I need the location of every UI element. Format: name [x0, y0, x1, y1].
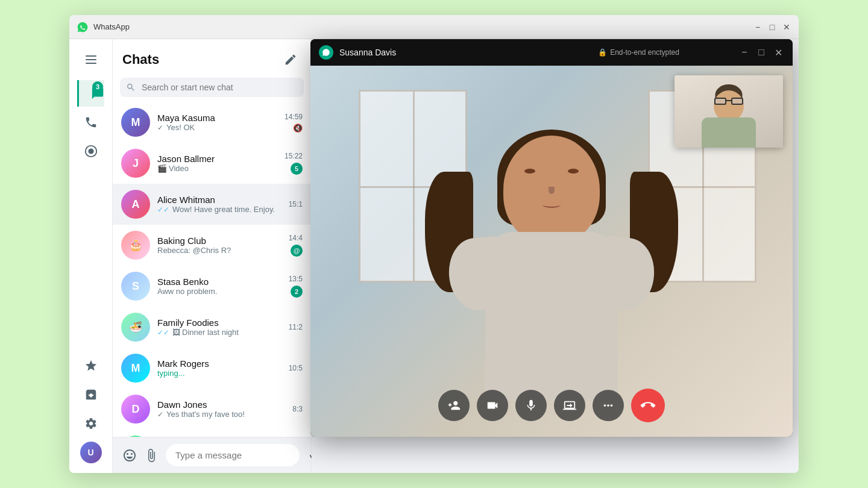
- video-call-overlay: Susanna Davis 🔒 End-to-end enctypted − □…: [310, 39, 793, 437]
- attach-button[interactable]: [144, 448, 159, 463]
- chat-info: Jason Ballmer 🎬 Video: [157, 154, 277, 173]
- list-item[interactable]: M Maya Kasuma ✓ Yes! OK 14:59 🔇: [113, 102, 311, 143]
- chat-name: Dawn Jones: [157, 399, 285, 410]
- unread-badge: 2: [291, 286, 303, 298]
- list-item[interactable]: J Jason Ballmer 🎬 Video 15:22 5: [113, 143, 311, 184]
- search-input[interactable]: [120, 78, 304, 97]
- sidebar-item-status[interactable]: [78, 138, 104, 164]
- user-avatar[interactable]: U: [78, 439, 104, 466]
- chat-time: 11:2: [289, 323, 303, 331]
- chat-info: Alice Whitman ✓✓ Wow! Have great time. E…: [157, 195, 281, 214]
- chat-preview: Aww no problem.: [157, 287, 281, 296]
- hamburger-icon: [83, 53, 99, 66]
- message-input-bar: [113, 437, 311, 473]
- chat-time: 8:3: [292, 405, 303, 413]
- encryption-badge: 🔒 End-to-end enctypted: [539, 48, 738, 57]
- list-item[interactable]: A Alice Whitman ✓✓ Wow! Have great time.…: [113, 184, 311, 225]
- chat-time: 15:1: [289, 200, 303, 208]
- chat-preview: ✓✓ 🖼 Dinner last night: [157, 328, 281, 337]
- end-call-button[interactable]: [631, 389, 665, 422]
- chat-name: Stasa Benko: [157, 277, 281, 287]
- chat-time: 14:59: [285, 113, 303, 121]
- sidebar-bottom: U: [78, 352, 104, 466]
- call-controls: [438, 389, 665, 422]
- emoji-button[interactable]: [122, 448, 137, 463]
- chat-info: Dawn Jones ✓ Yes that's my fave too!: [157, 399, 285, 419]
- avatar: Z: [121, 436, 150, 437]
- list-item[interactable]: S Stasa Benko Aww no problem. 13:5 2: [113, 266, 311, 307]
- chat-info: Baking Club Rebecca: @Chris R?: [157, 236, 281, 255]
- list-item[interactable]: D Dawn Jones ✓ Yes that's my fave too! 8…: [113, 389, 311, 430]
- double-checkmark-icon: ✓✓: [157, 328, 169, 337]
- chat-meta: 8:3: [292, 405, 303, 413]
- video-main-area: [310, 66, 793, 437]
- list-item[interactable]: 🍜 Family Foodies ✓✓ 🖼 Dinner last night …: [113, 307, 311, 348]
- self-view-bg: [675, 75, 783, 148]
- chat-info: Family Foodies ✓✓ 🖼 Dinner last night: [157, 318, 281, 337]
- close-button[interactable]: ✕: [782, 22, 791, 32]
- sidebar-item-starred[interactable]: [78, 352, 104, 379]
- muted-icon: 🔇: [293, 124, 303, 133]
- more-icon: [602, 399, 615, 412]
- emoji-icon: [122, 448, 137, 463]
- search-bar: [120, 78, 304, 97]
- chat-meta: 10:5: [289, 364, 303, 372]
- chat-name: Maya Kasuma: [157, 113, 277, 123]
- sidebar-item-chats[interactable]: 3: [77, 80, 104, 107]
- lock-icon: 🔒: [598, 48, 607, 57]
- video-minimize-button[interactable]: −: [738, 46, 750, 58]
- microphone-call-icon: [524, 399, 538, 412]
- more-options-button[interactable]: [593, 390, 624, 421]
- chat-meta: 14:59 🔇: [285, 113, 303, 133]
- new-chat-button[interactable]: [280, 49, 301, 70]
- video-close-button[interactable]: ✕: [772, 46, 784, 58]
- list-item[interactable]: M Mark Rogers typing... 10:5: [113, 348, 311, 389]
- chat-name: Mark Rogers: [157, 358, 281, 369]
- list-item[interactable]: 🎂 Baking Club Rebecca: @Chris R? 14:4 @: [113, 225, 311, 266]
- chat-meta: 13:5 2: [289, 275, 303, 298]
- window-controls: − □ ✕: [753, 22, 791, 32]
- chat-time: 15:22: [285, 152, 303, 160]
- maximize-button[interactable]: □: [767, 22, 777, 32]
- unread-badge: 5: [291, 163, 303, 175]
- menu-button[interactable]: [78, 46, 104, 73]
- message-input[interactable]: [166, 444, 300, 466]
- status-icon: [84, 145, 98, 158]
- minimize-button[interactable]: −: [753, 22, 763, 32]
- add-participant-button[interactable]: [438, 390, 470, 421]
- chat-info: Stasa Benko Aww no problem.: [157, 277, 281, 296]
- video-maximize-button[interactable]: □: [755, 46, 767, 58]
- chat-list: M Maya Kasuma ✓ Yes! OK 14:59 🔇: [113, 102, 311, 437]
- video-window-controls: − □ ✕: [738, 46, 784, 58]
- chat-time: 10:5: [289, 364, 303, 372]
- screen-share-button[interactable]: [554, 390, 585, 421]
- search-icon: [126, 83, 136, 92]
- chat-preview: ✓ Yes that's my fave too!: [157, 410, 285, 419]
- attach-icon: [144, 448, 159, 463]
- end-call-icon: [638, 395, 658, 416]
- chat-meta: 14:4 @: [289, 234, 303, 257]
- encryption-label: End-to-end enctypted: [610, 48, 679, 57]
- chat-name: Jason Ballmer: [157, 154, 277, 164]
- avatar: S: [121, 272, 150, 301]
- app-window: WhatsApp − □ ✕: [69, 15, 799, 473]
- sidebar-item-archived[interactable]: [78, 381, 104, 408]
- list-item[interactable]: Z Ziggy Woodley 8:1: [113, 430, 311, 437]
- chats-title: Chats: [122, 52, 159, 67]
- avatar: D: [121, 395, 150, 424]
- mute-button[interactable]: [515, 390, 547, 421]
- chat-meta: 11:2: [289, 323, 303, 331]
- chat-name: Family Foodies: [157, 318, 281, 328]
- chat-name: Baking Club: [157, 236, 281, 246]
- avatar: M: [121, 108, 150, 137]
- archive-icon: [84, 388, 98, 401]
- self-view-thumbnail[interactable]: [675, 75, 783, 148]
- sidebar-item-calls[interactable]: [78, 109, 104, 136]
- chat-list-panel: Chats M: [113, 39, 312, 473]
- chat-info: Maya Kasuma ✓ Yes! OK: [157, 113, 277, 132]
- chats-badge: 3: [92, 81, 103, 92]
- sidebar-item-settings[interactable]: [78, 410, 104, 437]
- mention-badge: @: [291, 245, 303, 257]
- checkmark-icon: ✓: [157, 410, 163, 419]
- toggle-video-button[interactable]: [477, 390, 508, 421]
